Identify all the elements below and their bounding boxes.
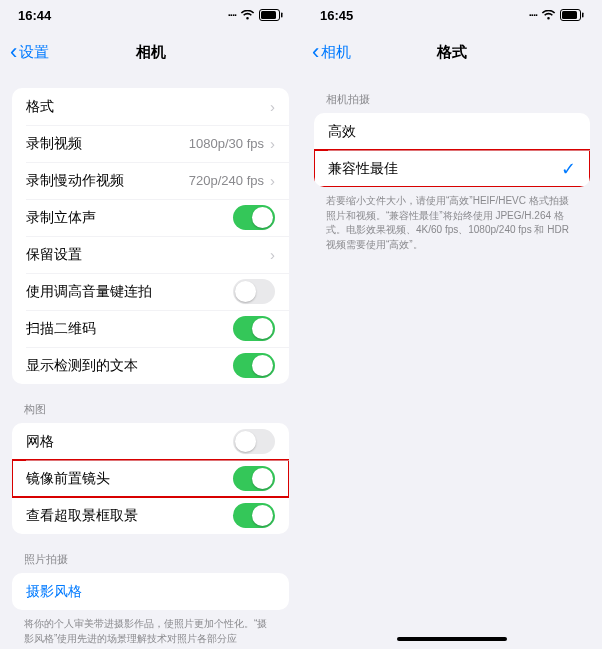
cellular-icon: ····: [529, 9, 537, 21]
row-photo-styles[interactable]: 摄影风格: [12, 573, 289, 610]
back-button[interactable]: ‹ 相机: [312, 41, 351, 63]
chevron-right-icon: [270, 172, 275, 189]
cellular-icon: ····: [228, 9, 236, 21]
group-format-options: 高效 兼容性最佳: [314, 113, 590, 187]
switch-scan-qr[interactable]: [233, 316, 275, 341]
section-photo: 照片拍摄: [0, 534, 301, 573]
status-icons: ····: [228, 9, 283, 21]
wifi-icon: [240, 10, 255, 21]
svg-rect-1: [261, 11, 276, 19]
nav-bar: ‹ 设置 相机: [0, 30, 301, 74]
status-time: 16:45: [320, 8, 353, 23]
chevron-right-icon: [270, 98, 275, 115]
group-camera-main: 格式 录制视频 1080p/30 fps 录制慢动作视频 720p/240 fp…: [12, 88, 289, 384]
nav-bar: ‹ 相机 格式: [302, 30, 602, 74]
format-footer: 若要缩小文件大小，请使用“高效”HEIF/HEVC 格式拍摄照片和视频。“兼容性…: [302, 187, 602, 252]
switch-view-outside[interactable]: [233, 503, 275, 528]
chevron-left-icon: ‹: [312, 41, 319, 63]
format-settings-pane: 16:45 ···· ‹ 相机 格式 相机拍摄 高效 兼容性最佳 若要缩小文件大…: [301, 0, 602, 649]
status-bar: 16:45 ····: [302, 0, 602, 30]
back-button[interactable]: ‹ 设置: [10, 41, 49, 63]
battery-icon: [560, 9, 584, 21]
row-format[interactable]: 格式: [12, 88, 289, 125]
chevron-left-icon: ‹: [10, 41, 17, 63]
row-high-efficiency[interactable]: 高效: [314, 113, 590, 150]
group-composition: 网格 镜像前置镜头 查看超取景框取景: [12, 423, 289, 534]
switch-grid[interactable]: [233, 429, 275, 454]
photo-styles-footer: 将你的个人审美带进摄影作品，使照片更加个性化。“摄影风格”使用先进的场景理解技术…: [0, 610, 301, 646]
row-record-slomo[interactable]: 录制慢动作视频 720p/240 fps: [12, 162, 289, 199]
row-stereo[interactable]: 录制立体声: [12, 199, 289, 236]
svg-rect-5: [582, 13, 584, 18]
switch-mirror-front[interactable]: [233, 466, 275, 491]
row-record-video[interactable]: 录制视频 1080p/30 fps: [12, 125, 289, 162]
row-volume-burst[interactable]: 使用调高音量键连拍: [12, 273, 289, 310]
row-view-outside[interactable]: 查看超取景框取景: [12, 497, 289, 534]
record-video-value: 1080p/30 fps: [189, 136, 264, 151]
svg-rect-2: [281, 13, 283, 18]
chevron-right-icon: [270, 135, 275, 152]
section-composition: 构图: [0, 384, 301, 423]
section-camera-capture: 相机拍摄: [302, 74, 602, 113]
switch-detect-text[interactable]: [233, 353, 275, 378]
row-scan-qr[interactable]: 扫描二维码: [12, 310, 289, 347]
row-mirror-front[interactable]: 镜像前置镜头: [12, 460, 289, 497]
status-icons: ····: [529, 9, 584, 21]
camera-settings-pane: 16:44 ···· ‹ 设置 相机 格式 录制视频 1080p/30 fps: [0, 0, 301, 649]
row-grid[interactable]: 网格: [12, 423, 289, 460]
back-label: 设置: [19, 43, 49, 62]
status-bar: 16:44 ····: [0, 0, 301, 30]
wifi-icon: [541, 10, 556, 21]
status-time: 16:44: [18, 8, 51, 23]
row-preserve[interactable]: 保留设置: [12, 236, 289, 273]
checkmark-icon: [561, 158, 576, 180]
group-photo: 摄影风格: [12, 573, 289, 610]
row-most-compatible[interactable]: 兼容性最佳: [314, 150, 590, 187]
chevron-right-icon: [270, 246, 275, 263]
switch-stereo[interactable]: [233, 205, 275, 230]
svg-rect-4: [562, 11, 577, 19]
back-label: 相机: [321, 43, 351, 62]
switch-volume-burst[interactable]: [233, 279, 275, 304]
record-slomo-value: 720p/240 fps: [189, 173, 264, 188]
battery-icon: [259, 9, 283, 21]
row-detect-text[interactable]: 显示检测到的文本: [12, 347, 289, 384]
home-indicator[interactable]: [397, 637, 507, 641]
